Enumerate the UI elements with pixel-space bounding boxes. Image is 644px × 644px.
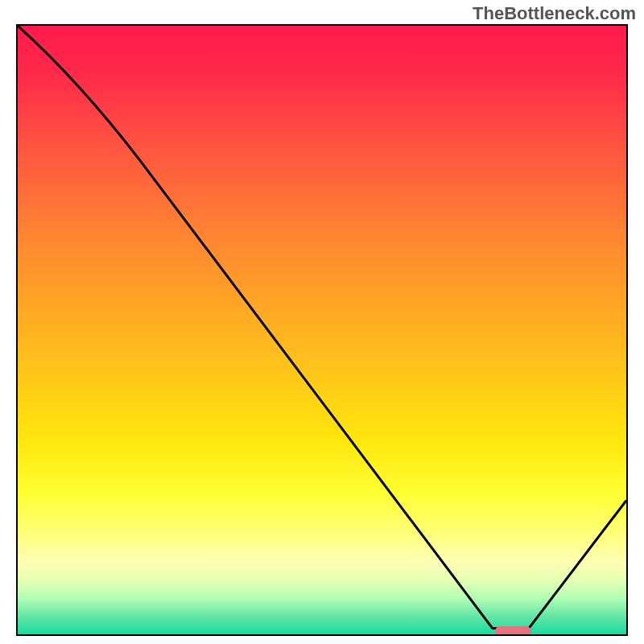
curve-layer	[18, 26, 626, 634]
bottleneck-curve	[18, 26, 626, 628]
watermark-text: TheBottleneck.com	[473, 3, 636, 24]
chart-container: TheBottleneck.com	[0, 0, 644, 644]
chart-frame	[16, 24, 628, 636]
optimal-range-marker	[495, 626, 532, 636]
